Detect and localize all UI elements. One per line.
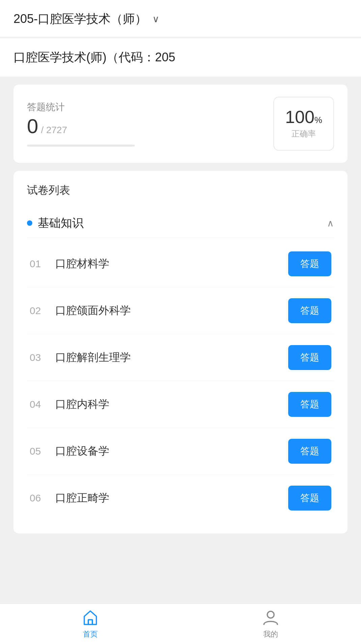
accuracy-label: 正确率 <box>292 128 316 139</box>
exam-item-left-05: 05 口腔设备学 <box>30 444 109 459</box>
exam-name-03: 口腔解剖生理学 <box>55 350 131 365</box>
exam-number-02: 02 <box>30 305 47 316</box>
exam-name-06: 口腔正畸学 <box>55 491 109 505</box>
stats-card: 答题统计 0 / 2727 100 % 正确率 <box>13 85 348 163</box>
answer-button-04[interactable]: 答题 <box>288 392 331 417</box>
exam-item-02: 02 口腔颌面外科学 答题 <box>27 287 334 334</box>
stats-count-row: 0 / 2727 <box>27 116 273 136</box>
chevron-down-icon[interactable]: ∨ <box>152 13 159 25</box>
page-wrapper: 205-口腔医学技术（师） ∨ 口腔医学技术(师)（代码：205 答题统计 0 … <box>0 0 361 644</box>
accuracy-box: 100 % 正确率 <box>273 97 334 151</box>
accuracy-percent: % <box>314 115 322 125</box>
exam-items-0: 01 口腔材料学 答题 02 口腔颌面外科学 答题 03 口腔解剖生理学 答题 <box>27 241 334 521</box>
exam-name-05: 口腔设备学 <box>55 444 109 459</box>
bottom-nav: 首页 我的 <box>0 604 361 644</box>
exam-item-left-04: 04 口腔内科学 <box>30 397 109 412</box>
stats-left: 答题统计 0 / 2727 <box>27 101 273 147</box>
exam-number-01: 01 <box>30 258 47 270</box>
exam-item-left-01: 01 口腔材料学 <box>30 256 109 271</box>
category-header-0[interactable]: 基础知识 ∧ <box>27 209 334 238</box>
answer-button-03[interactable]: 答题 <box>288 345 331 370</box>
exam-item-03: 03 口腔解剖生理学 答题 <box>27 334 334 381</box>
page-subtitle: 口腔医学技术(师)（代码：205 <box>13 50 175 64</box>
answer-button-05[interactable]: 答题 <box>288 439 331 464</box>
home-icon <box>82 609 99 626</box>
exam-item-left-02: 02 口腔颌面外科学 <box>30 303 131 318</box>
exam-name-01: 口腔材料学 <box>55 256 109 271</box>
header-title: 205-口腔医学技术（师） <box>13 11 147 27</box>
exam-list-section: 试卷列表 基础知识 ∧ 01 口腔材料学 答题 02 口腔颌面外科学 <box>13 171 348 533</box>
exam-item-04: 04 口腔内科学 答题 <box>27 381 334 428</box>
stats-count: 0 <box>27 116 38 136</box>
stats-total: / 2727 <box>41 125 67 135</box>
category-chevron-up-icon[interactable]: ∧ <box>327 218 334 229</box>
exam-item-06: 06 口腔正畸学 答题 <box>27 475 334 521</box>
stats-progress-bar-container <box>27 145 135 147</box>
category-dot-0 <box>27 220 32 226</box>
exam-number-04: 04 <box>30 399 47 410</box>
exam-number-03: 03 <box>30 352 47 363</box>
category-name-0: 基础知识 <box>38 215 84 231</box>
stats-label: 答题统计 <box>27 101 273 114</box>
exam-item-left-03: 03 口腔解剖生理学 <box>30 350 131 365</box>
answer-button-01[interactable]: 答题 <box>288 251 331 276</box>
nav-label-mine: 我的 <box>263 629 278 639</box>
answer-button-06[interactable]: 答题 <box>288 486 331 511</box>
exam-name-04: 口腔内科学 <box>55 397 109 412</box>
accuracy-number-wrapper: 100 % <box>285 108 322 126</box>
nav-label-home: 首页 <box>83 629 98 639</box>
answer-button-02[interactable]: 答题 <box>288 298 331 323</box>
nav-item-home[interactable]: 首页 <box>0 604 181 644</box>
exam-item-05: 05 口腔设备学 答题 <box>27 428 334 475</box>
accuracy-number: 100 <box>285 108 314 126</box>
nav-item-mine[interactable]: 我的 <box>181 604 361 644</box>
header: 205-口腔医学技术（师） ∨ <box>0 0 361 37</box>
exam-number-05: 05 <box>30 446 47 457</box>
svg-point-0 <box>267 611 274 618</box>
exam-item-01: 01 口腔材料学 答题 <box>27 241 334 287</box>
person-icon <box>262 609 279 626</box>
exam-name-02: 口腔颌面外科学 <box>55 303 131 318</box>
exam-list-title: 试卷列表 <box>27 183 334 198</box>
category-left-0: 基础知识 <box>27 215 84 231</box>
exam-number-06: 06 <box>30 492 47 504</box>
exam-item-left-06: 06 口腔正畸学 <box>30 491 109 505</box>
